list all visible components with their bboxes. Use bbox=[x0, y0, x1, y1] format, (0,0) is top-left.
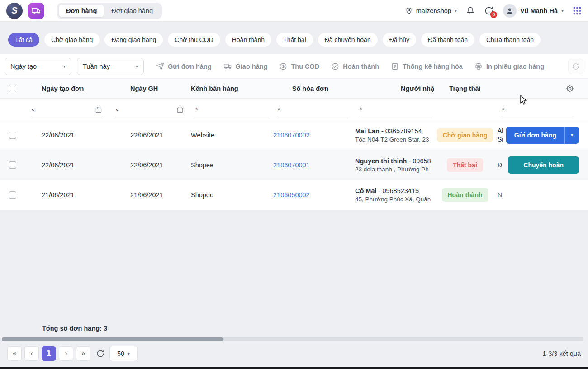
clipped-column-text: N bbox=[498, 191, 502, 199]
chip-that-bai[interactable]: Thất bại bbox=[276, 33, 313, 47]
chevron-down-icon: ▾ bbox=[63, 64, 66, 69]
grid-menu-icon bbox=[573, 6, 582, 15]
send-orders-action[interactable]: Gửi đơn hàng bbox=[156, 62, 212, 71]
report-icon bbox=[391, 62, 399, 71]
page-size-select[interactable]: 50 ▾ bbox=[109, 346, 138, 361]
send-order-button[interactable]: Gửi đơn hàng ▾ bbox=[506, 127, 579, 144]
refresh-icon bbox=[572, 62, 580, 71]
collect-cod-action[interactable]: $ Thu COD bbox=[279, 62, 319, 71]
created-date: 22/06/2021 bbox=[25, 161, 114, 169]
next-page-button[interactable]: › bbox=[59, 346, 73, 361]
horizontal-scrollbar-thumb[interactable] bbox=[2, 337, 223, 341]
filter-created-date[interactable]: ≤ bbox=[31, 103, 103, 116]
chevron-down-icon: ▾ bbox=[128, 351, 130, 356]
current-page-button[interactable]: 1 bbox=[42, 346, 56, 361]
last-page-button[interactable]: » bbox=[76, 346, 90, 361]
status-badge: Chờ giao hàng bbox=[437, 128, 493, 142]
gear-icon[interactable] bbox=[565, 84, 574, 93]
invoice-link[interactable]: 2106070002 bbox=[273, 132, 310, 139]
row-checkbox[interactable] bbox=[9, 132, 16, 139]
table-filter-row: ≤ ≤ * * * * bbox=[0, 99, 588, 120]
filter-extra-column[interactable]: * bbox=[501, 103, 574, 116]
filter-invoice[interactable]: * bbox=[277, 103, 350, 116]
avatar bbox=[503, 4, 517, 18]
send-order-dropdown-button[interactable]: ▾ bbox=[564, 127, 579, 144]
clipped-column-text: Al Si bbox=[498, 127, 503, 144]
calendar-icon[interactable] bbox=[95, 106, 102, 114]
first-page-button[interactable]: « bbox=[7, 346, 22, 361]
date-range-select[interactable]: Tuần này ▾ bbox=[77, 58, 144, 75]
chip-cho-thu-cod[interactable]: Chờ thu COD bbox=[168, 33, 220, 47]
cod-icon: $ bbox=[279, 62, 287, 71]
header-status: Trạng thái bbox=[434, 85, 496, 92]
status-filter-bar: Tất cả Chờ giao hàng Đang giao hàng Chờ … bbox=[0, 22, 588, 47]
header-channel: Kênh bán hàng bbox=[185, 85, 270, 92]
toolbar: Ngày tạo ▾ Tuần này ▾ Gửi đơn hàng Giao … bbox=[0, 54, 588, 79]
prev-page-button[interactable]: ‹ bbox=[24, 346, 39, 361]
return-order-button[interactable]: Chuyển hoàn bbox=[508, 156, 579, 174]
channel: Shopee bbox=[185, 161, 270, 169]
location-pin-icon bbox=[405, 7, 413, 15]
header-created-date: Ngày tạo đơn bbox=[25, 85, 114, 92]
created-date: 21/06/2021 bbox=[25, 191, 114, 199]
row-checkbox[interactable] bbox=[9, 161, 16, 169]
app-logo-icon: S bbox=[6, 3, 23, 19]
chip-dang-giao-hang[interactable]: Đang giao hàng bbox=[104, 33, 163, 47]
complete-action[interactable]: Hoàn thành bbox=[331, 62, 379, 71]
chip-da-chuyen-hoan[interactable]: Đã chuyển hoàn bbox=[318, 33, 378, 47]
print-delivery-slip-action[interactable]: In phiếu giao hàng bbox=[474, 62, 544, 71]
status-badge: Hoàn thành bbox=[442, 188, 488, 202]
printer-icon bbox=[474, 62, 483, 71]
filter-channel[interactable]: * bbox=[194, 103, 269, 116]
deliver-action[interactable]: Giao hàng bbox=[223, 62, 268, 71]
delivery-date: 21/06/2021 bbox=[114, 191, 185, 199]
chip-hoan-thanh[interactable]: Hoàn thành bbox=[225, 33, 271, 47]
notifications-button[interactable] bbox=[466, 6, 475, 15]
reload-table-button[interactable] bbox=[568, 59, 583, 74]
tab-delivery-batches[interactable]: Đợt giao hàng bbox=[104, 5, 160, 17]
header-delivery-date: Ngày GH bbox=[114, 85, 185, 92]
clipped-column-text: Đ bbox=[498, 161, 502, 169]
invoice-link[interactable]: 2106050002 bbox=[273, 191, 310, 199]
receiver-address: 45, Phường Phúc Xá, Quận bbox=[355, 196, 434, 203]
chip-chua-thanh-toan[interactable]: Chưa thanh toán bbox=[479, 33, 541, 47]
horizontal-scrollbar bbox=[2, 337, 583, 341]
sync-button[interactable]: 0 bbox=[484, 6, 494, 16]
chevron-down-icon: ▾ bbox=[561, 8, 564, 13]
store-name: maizenshop bbox=[416, 7, 451, 14]
apps-menu-button[interactable] bbox=[573, 6, 582, 15]
chip-all[interactable]: Tất cả bbox=[8, 33, 39, 47]
receiver-cell: Mai Lan - 0365789154 Tòa N04-T2 Green St… bbox=[351, 128, 434, 143]
select-all-checkbox[interactable] bbox=[9, 85, 16, 92]
orders-table: Ngày tạo đơn Ngày GH Kênh bán hàng Số hó… bbox=[0, 79, 588, 210]
receiver-cell: Nguyen thi thinh - 09658 23 dela thanh ,… bbox=[351, 157, 434, 173]
receiver-cell: Cô Mai - 0968523415 45, Phường Phúc Xá, … bbox=[351, 187, 434, 203]
truck-icon bbox=[223, 62, 232, 71]
user-menu[interactable]: Vũ Mạnh Hà ▾ bbox=[503, 4, 564, 18]
row-checkbox[interactable] bbox=[9, 191, 16, 199]
filter-receiver[interactable]: * bbox=[359, 103, 433, 116]
filter-delivery-date[interactable]: ≤ bbox=[115, 103, 185, 116]
chip-da-huy[interactable]: Đã hủy bbox=[383, 33, 416, 47]
channel: Shopee bbox=[185, 191, 270, 199]
delivery-date: 22/06/2021 bbox=[114, 132, 185, 139]
chip-da-thanh-toan[interactable]: Đã thanh toán bbox=[421, 33, 474, 47]
delivery-date: 22/06/2021 bbox=[114, 161, 185, 169]
refresh-list-button[interactable] bbox=[96, 349, 105, 358]
date-field-select[interactable]: Ngày tạo ▾ bbox=[5, 58, 71, 75]
calendar-icon[interactable] bbox=[176, 106, 184, 114]
tab-orders[interactable]: Đơn hàng bbox=[59, 5, 104, 17]
main-tab-group: Đơn hàng Đợt giao hàng bbox=[57, 3, 162, 19]
sync-badge: 0 bbox=[490, 11, 497, 18]
total-orders-label: Tổng số đơn hàng: 3 bbox=[42, 325, 107, 332]
pagination-bar: « ‹ 1 › » 50 ▾ 1-3/3 kết quả bbox=[7, 345, 581, 362]
store-selector[interactable]: maizenshop ▾ bbox=[405, 7, 457, 15]
invoice-link[interactable]: 2106070001 bbox=[273, 161, 310, 169]
delivery-app-icon[interactable] bbox=[28, 3, 44, 19]
date-field-value: Ngày tạo bbox=[10, 63, 37, 70]
chip-cho-giao-hang[interactable]: Chờ giao hàng bbox=[44, 33, 100, 47]
table-header-row: Ngày tạo đơn Ngày GH Kênh bán hàng Số hó… bbox=[0, 79, 588, 99]
user-name: Vũ Mạnh Hà bbox=[520, 7, 558, 14]
send-icon bbox=[156, 62, 164, 71]
goods-report-action[interactable]: Thống kê hàng hóa bbox=[391, 62, 463, 71]
